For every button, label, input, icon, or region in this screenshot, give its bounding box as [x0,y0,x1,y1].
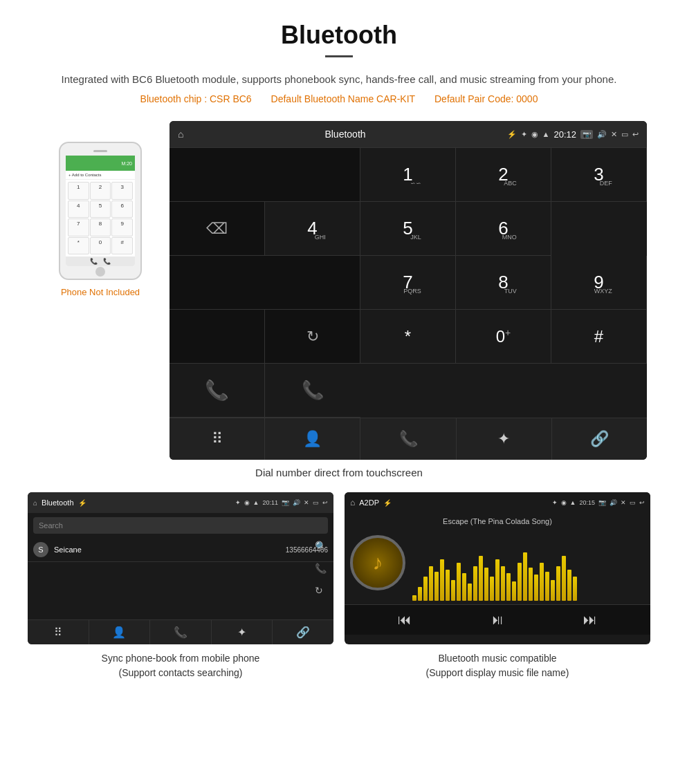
phonebook-screen: ⌂ Bluetooth ⚡ ✦ ◉ ▲ 20:11 📷 🔊 ✕ ▭ ↩ [28,492,333,644]
backspace-key[interactable]: ⌫ [170,202,265,256]
viz-bar [517,563,522,601]
key-0[interactable]: 0+ [456,310,551,364]
key-5[interactable]: 5JKL [360,202,456,256]
row3-right-empty [170,310,265,364]
prev-icon[interactable]: ⏮ [398,612,412,628]
usb-icon: ⚡ [507,130,517,139]
key-star-label: * [405,327,411,346]
phone-bottom: 📞 📞 [66,256,135,266]
viz-bar [573,577,577,601]
viz-bar [473,566,477,601]
pb-nav-phone[interactable]: 📞 [150,620,212,644]
album-art: ♪ [350,535,405,590]
header-left: ⌂ [178,129,183,140]
phone-screen-header: M:20 [66,156,135,171]
key-star[interactable]: * [360,310,456,364]
phone-key: # [111,237,133,255]
pb-vol-icon: 🔊 [293,499,300,506]
bluetooth-nav-item[interactable]: ✦ [457,418,552,460]
phonebook-item: ⌂ Bluetooth ⚡ ✦ ◉ ▲ 20:11 📷 🔊 ✕ ▭ ↩ [28,492,333,680]
pb-nav-dialpad[interactable]: ⠿ [28,620,89,644]
a2dp-header: ⌂ A2DP ⚡ ✦ ◉ ▲ 20:15 📷 🔊 ✕ ▭ ↩ [345,492,650,513]
key-9[interactable]: 9WXYZ [551,256,647,310]
viz-bar [545,572,549,601]
phone-key: 6 [111,200,133,218]
bluetooth-icon: ✦ [521,130,527,139]
key-7-label: 7PQRS [403,272,412,293]
pb-x-icon: ✕ [304,499,309,506]
pb-back-icon: ↩ [322,499,328,506]
key-3[interactable]: 3DEF [551,148,647,202]
key-8-label: 8TUV [498,272,508,293]
call-green-cell[interactable]: 📞 [170,364,265,418]
viz-bar [434,572,439,601]
pb-link-bottom-icon: 🔗 [296,626,310,639]
pb-nav-bt[interactable]: ✦ [212,620,273,644]
link-nav-item[interactable]: 🔗 [552,418,647,460]
a2dp-loc-icon: ◉ [561,499,567,506]
key-2-label: 2ABC [498,164,508,185]
key-7[interactable]: 7PQRS [360,256,456,310]
phone-speaker [93,150,107,152]
music-note-icon: ♪ [373,551,383,575]
viz-bar [556,566,560,601]
pb-scr-icon: ▭ [313,499,319,506]
dial-grid: 1∽∽ 2ABC 3DEF ⌫ 4GHI 5JKL 6MNO [170,147,647,418]
key-2[interactable]: 2ABC [456,148,551,202]
pb-search-placeholder: Search [39,521,63,530]
pb-usb-icon: ⚡ [78,499,86,507]
signal-icon: ▲ [542,130,550,138]
viz-bar [501,566,505,601]
a2dp-content: ♪ [345,528,650,604]
song-title: Escape (The Pina Colada Song) [345,513,650,528]
name-spec: Default Bluetooth Name CAR-KIT [271,93,416,104]
phone-nav-icon: 📞 [399,430,418,448]
pb-search-bar[interactable]: Search [33,517,328,534]
location-icon: ◉ [531,130,538,139]
key-6-label: 6MNO [498,218,508,239]
next-icon[interactable]: ⏭ [583,612,597,628]
audio-visualizer [412,528,645,604]
a2dp-bt-icon: ✦ [552,499,558,506]
back-icon: ↩ [632,130,639,139]
pb-phone-icon[interactable]: 📞 [315,563,327,574]
key-1[interactable]: 1∽∽ [360,148,456,202]
phone-nav-item[interactable]: 📞 [360,418,456,460]
pb-contact-row[interactable]: S Seicane 13566664466 [28,538,333,562]
pb-search-icon[interactable]: 🔍 [315,541,327,552]
pb-nav-link[interactable]: 🔗 [273,620,333,644]
pb-contacts-icon: 👤 [112,626,126,639]
header-right: ⚡ ✦ ◉ ▲ 20:12 📷 🔊 ✕ ▭ ↩ [507,129,639,140]
contacts-nav-item[interactable]: 👤 [265,418,360,460]
volume-icon: 🔊 [597,130,607,139]
viz-bar [540,563,544,601]
refresh-cell[interactable]: ↻ [265,310,360,364]
pb-dialpad-icon: ⠿ [54,626,62,639]
viz-bar [429,566,433,601]
viz-bar [484,568,488,601]
pb-nav-contacts[interactable]: 👤 [89,620,151,644]
x-icon: ✕ [611,130,617,139]
a2dp-cam-icon: 📷 [598,499,606,506]
subtitle-text: Integrated with BC6 Bluetooth module, su… [0,71,678,88]
key-4-label: 4GHI [307,218,317,239]
play-pause-icon[interactable]: ⏯ [491,612,504,628]
pb-refresh-icon[interactable]: ↻ [315,585,327,596]
phone-key: 4 [68,200,89,218]
call-red-cell[interactable]: 📞 [265,364,360,418]
chip-spec: Bluetooth chip : CSR BC6 [140,93,252,104]
dial-header-title: Bluetooth [324,129,365,140]
key-hash[interactable]: # [551,310,647,364]
pb-home-icon: ⌂ [33,499,37,507]
a2dp-header-left: ⌂ A2DP ⚡ [350,498,392,507]
pb-loc-icon: ◉ [244,499,250,506]
a2dp-header-right: ✦ ◉ ▲ 20:15 📷 🔊 ✕ ▭ ↩ [552,499,645,506]
pb-phone-bottom-icon: 📞 [174,626,187,639]
key-6[interactable]: 6MNO [456,202,551,256]
key-8[interactable]: 8TUV [456,256,551,310]
pb-header-right: ✦ ◉ ▲ 20:11 📷 🔊 ✕ ▭ ↩ [235,499,328,506]
dialpad-icon: ⠿ [212,430,223,448]
key-4[interactable]: 4GHI [265,202,360,256]
dialpad-nav-item[interactable]: ⠿ [170,418,265,460]
dial-caption: Dial number direct from touchscreen [0,467,678,478]
